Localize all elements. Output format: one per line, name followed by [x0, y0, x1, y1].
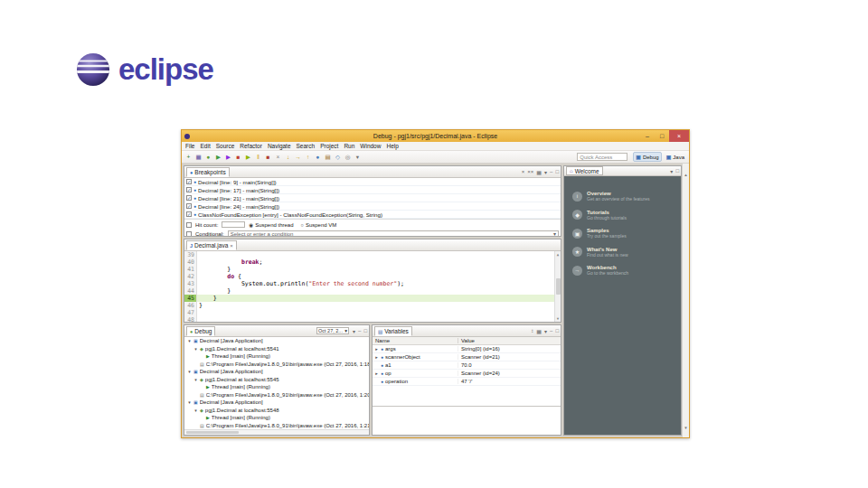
stop-icon[interactable]: ■ — [234, 153, 242, 162]
breakpoint-checkbox[interactable]: ✓ — [186, 211, 192, 217]
menu-file[interactable]: File — [185, 143, 194, 149]
expander-icon[interactable]: ▾ — [187, 399, 192, 405]
welcome-item-overview[interactable]: iOverviewGet an overview of the features — [572, 191, 674, 202]
radio-suspend-vm[interactable]: ○Suspend VM — [301, 222, 337, 228]
perspective-debug[interactable]: ▣Debug — [633, 152, 661, 162]
expander-icon[interactable]: ▾ — [193, 377, 198, 382]
expander-icon[interactable]: ▾ — [193, 346, 198, 352]
resume-icon[interactable]: ▶ — [244, 153, 252, 162]
new-package-icon[interactable]: ▤ — [324, 153, 332, 162]
show-breakpoints-icon[interactable]: ▦ — [536, 169, 542, 175]
column-name[interactable]: Name — [373, 338, 458, 343]
tab-decimal-java[interactable]: J Decimal.java × — [186, 240, 237, 250]
menu-refactor[interactable]: Refactor — [240, 143, 262, 149]
expander-icon[interactable]: ▾ — [193, 408, 198, 413]
variable-detail-pane[interactable] — [373, 406, 561, 435]
terminate-icon[interactable]: ■ — [264, 153, 272, 162]
debug-tree-row[interactable]: ▾▣Decimal [Java Application] — [184, 337, 369, 345]
welcome-item-samples[interactable]: ▣SamplesTry out the samples — [572, 228, 674, 239]
maximize-view-icon[interactable]: □ — [675, 168, 679, 174]
annotation-icon[interactable]: ▾ — [354, 153, 362, 162]
scrollbar-thumb[interactable] — [186, 431, 239, 434]
variable-row[interactable]: ▸●scannerObjectScanner (id=21) — [373, 353, 561, 361]
view-menu-icon[interactable]: ▾ — [544, 328, 547, 334]
debug-tree-row[interactable]: ▶Thread [main] (Running) — [184, 352, 369, 361]
suspend-icon[interactable]: ‖ — [254, 153, 262, 162]
open-type-icon[interactable]: ◇ — [334, 153, 342, 162]
menu-run[interactable]: Run — [344, 143, 354, 149]
minimize-button[interactable]: – — [640, 130, 655, 142]
menu-source[interactable]: Source — [216, 143, 235, 149]
disconnect-icon[interactable]: × — [274, 153, 282, 162]
menu-help[interactable]: Help — [386, 143, 398, 149]
breakpoint-row[interactable]: ✓●Decimal [line: 24] - main(String[]) — [184, 202, 561, 211]
variable-row[interactable]: ▸●opScanner (id=24) — [373, 370, 561, 378]
step-return-icon[interactable]: ↑ — [304, 153, 312, 162]
scroll-down-icon[interactable]: ▼ — [557, 316, 559, 321]
new-java-class-icon[interactable]: ● — [314, 153, 322, 162]
save-icon[interactable]: ▦ — [194, 153, 203, 162]
console-selector[interactable]: Oct 27, 2... ▾ — [316, 327, 349, 334]
debug-tree-row[interactable]: ▾◆pgj1.Decimal at localhost:5541 — [184, 345, 369, 353]
code-editor[interactable]: 39 40 break;41 }42 do {43 System.out.pri… — [184, 251, 561, 322]
minimize-view-icon[interactable]: ‒ — [550, 328, 552, 333]
menu-window[interactable]: Window — [360, 143, 381, 149]
new-wizard-icon[interactable]: + — [184, 153, 193, 162]
remove-breakpoint-icon[interactable]: × — [522, 169, 525, 174]
code-line[interactable]: 40 break; — [184, 258, 561, 266]
variable-row[interactable]: ●a170.0 — [373, 361, 561, 370]
expander-icon[interactable]: ▾ — [187, 369, 192, 374]
layout-icon[interactable]: ▦ — [536, 328, 542, 334]
breakpoint-row[interactable]: ✓●Decimal [line: 9] - main(String[]) — [184, 178, 561, 186]
code-line[interactable]: 42 do { — [184, 273, 561, 280]
scrollbar-thumb[interactable] — [556, 278, 561, 295]
conditional-checkbox[interactable] — [186, 231, 192, 237]
breakpoint-row[interactable]: ✓●Decimal [line: 21] - main(String[]) — [184, 194, 561, 202]
menu-navigate[interactable]: Navigate — [268, 143, 291, 149]
menu-search[interactable]: Search — [297, 143, 316, 149]
title-bar[interactable]: Debug - pgj1/src/pgj1/Decimal.java - Ecl… — [182, 130, 689, 142]
breakpoint-checkbox[interactable]: ✓ — [186, 187, 192, 192]
debug-icon[interactable]: ● — [204, 153, 212, 162]
tab-debug[interactable]: ● Debug — [186, 326, 215, 336]
editor-scrollbar[interactable]: ▲ ▼ — [554, 251, 561, 322]
maximize-button[interactable]: □ — [655, 130, 669, 142]
step-into-icon[interactable]: ↓ — [284, 153, 292, 162]
code-line[interactable]: 39 — [184, 251, 561, 258]
scroll-up-icon[interactable]: ▲ — [557, 252, 559, 257]
column-value[interactable]: Value — [458, 338, 561, 343]
code-line[interactable]: 43 System.out.println("Enter the second … — [184, 280, 561, 287]
expander-icon[interactable]: ▾ — [187, 338, 192, 343]
breakpoint-checkbox[interactable]: ✓ — [186, 179, 192, 184]
code-line[interactable]: 47 — [184, 309, 561, 316]
coverage-icon[interactable]: ▶ — [224, 153, 232, 162]
code-line[interactable]: 46} — [184, 302, 561, 309]
breakpoint-row[interactable]: ✓●Decimal [line: 17] - main(String[]) — [184, 186, 561, 194]
view-menu-icon[interactable]: ▾ — [670, 168, 673, 174]
expander-icon[interactable]: ▸ — [374, 346, 379, 352]
breakpoint-row[interactable]: ✓●ClassNotFoundException [entry] - Class… — [184, 211, 561, 219]
run-icon[interactable]: ▶ — [214, 153, 222, 162]
debug-tree-row[interactable]: ▤C:\Program Files\Java\jre1.8.0_91\bin\j… — [184, 361, 369, 369]
code-line[interactable]: 41 } — [184, 266, 561, 273]
hit-count-input[interactable] — [222, 221, 245, 228]
maximize-view-icon[interactable]: □ — [363, 328, 367, 333]
maximize-view-icon[interactable]: □ — [555, 328, 559, 333]
welcome-item-workbench[interactable]: →WorkbenchGo to the workbench — [572, 265, 674, 277]
debug-tree-row[interactable]: ▶Thread [main] (Running) — [184, 383, 369, 391]
view-menu-icon[interactable]: ▾ — [353, 328, 355, 334]
debug-tree-row[interactable]: ▾▣Decimal [Java Application] — [184, 368, 369, 376]
debug-tree-row[interactable]: ▤C:\Program Files\Java\jre1.8.0_91\bin\j… — [184, 391, 369, 399]
debug-tree-row[interactable]: ▾▣Decimal [Java Application] — [184, 399, 369, 407]
quick-access-input[interactable]: Quick Access — [577, 153, 627, 161]
close-button[interactable]: × — [669, 130, 689, 142]
search-icon[interactable]: ◎ — [344, 153, 352, 162]
expander-icon[interactable]: ▸ — [374, 371, 379, 376]
debug-tree-row[interactable]: ▾◆pgj1.Decimal at localhost:5548 — [184, 407, 369, 415]
menu-edit[interactable]: Edit — [200, 143, 210, 149]
welcome-item-what-s-new[interactable]: ★What's NewFind out what is new — [572, 247, 674, 258]
debug-tree-row[interactable]: ▶Thread [main] (Running) — [184, 414, 369, 422]
expander-icon[interactable]: ▸ — [374, 354, 379, 360]
variable-row[interactable]: ●operation47 '/' — [373, 378, 561, 386]
hit-count-checkbox[interactable] — [186, 222, 192, 228]
